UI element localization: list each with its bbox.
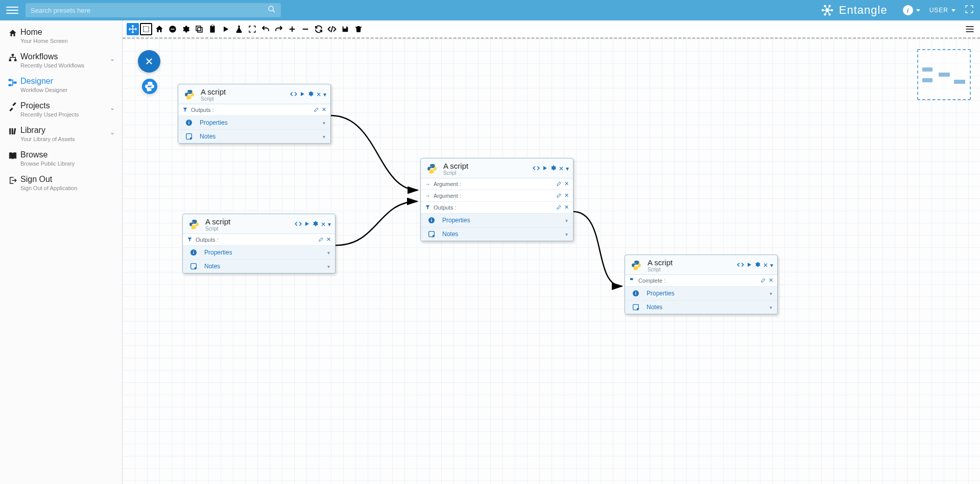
tools-icon [5, 102, 20, 111]
node-close-icon[interactable]: ✕ [559, 165, 564, 172]
tool-delete-button[interactable] [352, 23, 365, 35]
sidebar-item-designer[interactable]: DesignerWorkflow Designer [0, 73, 122, 97]
workflow-node[interactable]: A scriptScript ✕ ▾ Complete : ✕ i [625, 255, 778, 314]
sidebar-item-home[interactable]: HomeYour Home Screen [0, 24, 122, 48]
close-icon[interactable]: ✕ [326, 236, 331, 243]
user-dropdown[interactable]: USER [929, 7, 955, 14]
node-code-icon[interactable] [737, 261, 744, 270]
workflow-node[interactable]: A scriptScript ✕ ▾ → Argument : ✕ → [420, 158, 573, 241]
node-argument-row[interactable]: → Argument : ✕ [421, 178, 573, 190]
sidebar-item-sub: Your Home Screen [20, 38, 115, 44]
node-code-icon[interactable] [290, 90, 297, 99]
node-subtitle: Script [648, 267, 673, 272]
sidebar-item-workflows[interactable]: WorkflowsRecently Used Workflows ⌄ [0, 48, 122, 73]
node-settings-icon[interactable] [312, 220, 319, 228]
search-input[interactable] [31, 7, 265, 14]
svg-rect-16 [9, 59, 12, 61]
close-icon[interactable]: ✕ [564, 192, 569, 199]
sidebar-item-library[interactable]: LibraryYour Library of Assets ⌄ [0, 122, 122, 146]
node-notes-section[interactable]: Notes ▾ [625, 301, 777, 314]
tool-paste-button[interactable] [206, 23, 219, 35]
tool-play-button[interactable] [220, 23, 232, 35]
node-argument-row[interactable]: → Argument : ✕ [421, 190, 573, 202]
node-notes-section[interactable]: Notes ▾ [183, 260, 335, 273]
tool-menu-button[interactable] [964, 23, 976, 35]
tool-home-button[interactable] [153, 23, 165, 35]
add-python-node-button[interactable] [142, 79, 157, 94]
tool-save-button[interactable] [339, 23, 351, 35]
node-properties-section[interactable]: i Properties ▾ [183, 246, 335, 260]
node-complete-row[interactable]: Complete : ✕ [625, 275, 777, 287]
node-header[interactable]: A scriptScript ✕ ▾ [421, 158, 573, 178]
node-properties-section[interactable]: i Properties ▾ [178, 116, 330, 130]
canvas[interactable]: A scriptScript ✕ ▾ Outputs : ✕ i [123, 39, 980, 484]
node-close-icon[interactable]: ✕ [316, 91, 321, 98]
edit-icon[interactable] [556, 204, 562, 211]
node-settings-icon[interactable] [754, 261, 761, 269]
info-dropdown[interactable]: i [903, 5, 920, 15]
flag-icon [629, 277, 635, 284]
node-play-icon[interactable] [542, 165, 548, 173]
note-icon [183, 132, 195, 141]
tool-settings-button[interactable] [180, 23, 192, 35]
node-code-icon[interactable] [533, 165, 540, 173]
edit-icon[interactable] [760, 277, 767, 284]
tool-fit-button[interactable] [246, 23, 258, 35]
sidebar-item-browse[interactable]: BrowseBrowse Public Library [0, 146, 122, 171]
node-properties-section[interactable]: i Properties ▾ [625, 287, 777, 301]
node-notes-section[interactable]: Notes ▾ [421, 227, 573, 241]
tool-refresh-button[interactable] [313, 23, 325, 35]
sidebar-item-label: Projects [20, 101, 115, 110]
node-header[interactable]: A scriptScript ✕ ▾ [625, 255, 777, 275]
workflow-node[interactable]: A scriptScript ✕ ▾ Outputs : ✕ i [178, 84, 331, 144]
edit-icon[interactable] [314, 106, 320, 113]
menu-hamburger-icon[interactable] [6, 4, 18, 16]
node-collapse-icon[interactable]: ▾ [328, 221, 331, 228]
edit-icon[interactable] [318, 236, 324, 243]
node-close-icon[interactable]: ✕ [763, 262, 768, 269]
workflow-node[interactable]: A scriptScript ✕ ▾ Outputs : ✕ i [182, 214, 336, 273]
node-settings-icon[interactable] [550, 165, 557, 173]
sidebar-item-signout[interactable]: Sign OutSign Out of Application [0, 171, 122, 195]
tool-select-button[interactable] [140, 23, 152, 35]
minimap[interactable] [917, 49, 971, 100]
chevron-down-icon: ⌄ [110, 55, 115, 62]
tool-undo-button[interactable] [259, 23, 272, 35]
node-notes-section[interactable]: Notes ▾ [178, 130, 330, 143]
node-header[interactable]: A scriptScript ✕ ▾ [178, 84, 330, 104]
search-field[interactable] [26, 3, 281, 17]
node-close-icon[interactable]: ✕ [321, 221, 326, 228]
edit-icon[interactable] [556, 192, 562, 199]
signout-icon [5, 176, 20, 185]
tool-copy-button[interactable] [193, 23, 205, 35]
tool-code-button[interactable] [326, 23, 338, 35]
node-play-icon[interactable] [299, 91, 305, 99]
node-output-row[interactable]: Outputs : ✕ [421, 202, 573, 214]
fullscreen-button[interactable] [965, 5, 974, 16]
node-code-icon[interactable] [295, 220, 302, 229]
tool-move-button[interactable] [127, 23, 139, 35]
tool-zoom-out-button[interactable] [299, 23, 312, 35]
node-play-icon[interactable] [746, 262, 752, 269]
node-properties-section[interactable]: i Properties ▾ [421, 214, 573, 227]
search-icon[interactable] [268, 5, 276, 15]
tool-remove-button[interactable] [166, 23, 179, 35]
node-header[interactable]: A scriptScript ✕ ▾ [183, 214, 335, 234]
tool-flask-button[interactable] [233, 23, 245, 35]
close-icon[interactable]: ✕ [322, 106, 326, 113]
edit-icon[interactable] [556, 180, 562, 188]
tool-redo-button[interactable] [273, 23, 285, 35]
node-output-row[interactable]: Outputs : ✕ [178, 104, 330, 116]
node-collapse-icon[interactable]: ▾ [770, 262, 773, 269]
node-play-icon[interactable] [304, 221, 310, 228]
node-collapse-icon[interactable]: ▾ [566, 165, 569, 172]
sidebar-item-projects[interactable]: ProjectsRecently Used Projects ⌄ [0, 97, 122, 122]
close-icon[interactable]: ✕ [564, 180, 569, 188]
close-icon[interactable]: ✕ [564, 204, 569, 211]
node-output-row[interactable]: Outputs : ✕ [183, 234, 335, 246]
tool-zoom-in-button[interactable] [286, 23, 298, 35]
node-collapse-icon[interactable]: ▾ [323, 91, 326, 98]
close-palette-button[interactable] [138, 50, 160, 73]
node-settings-icon[interactable] [307, 90, 314, 99]
close-icon[interactable]: ✕ [769, 277, 773, 284]
